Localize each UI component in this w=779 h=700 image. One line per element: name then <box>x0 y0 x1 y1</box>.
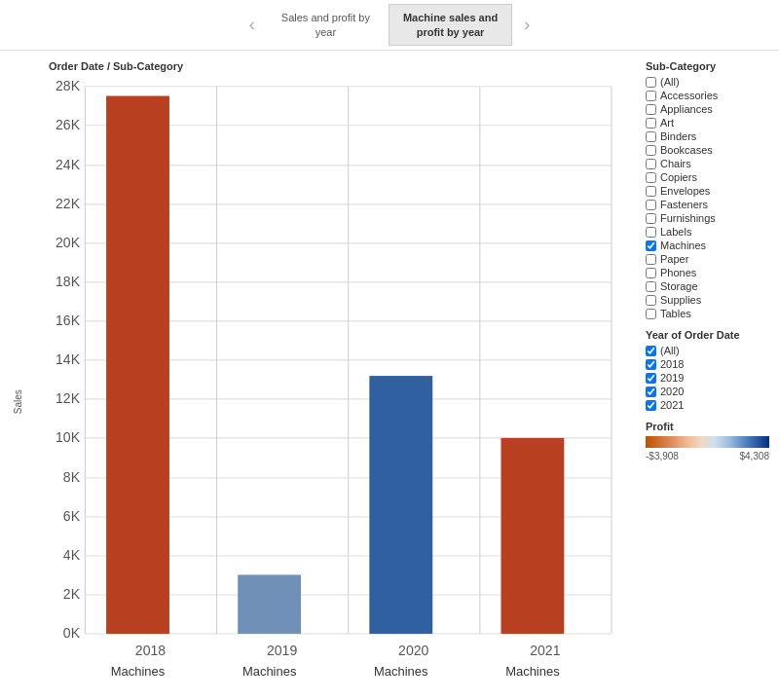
filter-item-copiers[interactable]: Copiers <box>646 171 769 183</box>
checkbox-binders[interactable] <box>646 131 656 142</box>
checkbox-year-2021[interactable] <box>646 400 656 411</box>
sub-category-filter-title: Sub-Category <box>646 60 769 72</box>
chart-title: Order Date / Sub-Category <box>10 60 638 72</box>
checkbox-paper[interactable] <box>646 254 656 265</box>
checkbox-copiers[interactable] <box>646 172 656 183</box>
filter-item-labels[interactable]: Labels <box>646 226 769 238</box>
label-year-2020: 2020 <box>660 386 684 397</box>
content-area: Order Date / Sub-Category Sales .grid-li… <box>0 51 779 700</box>
chart-svg: .grid-line { stroke: #e0e0e0; stroke-wid… <box>27 76 638 700</box>
chart-inner: .grid-line { stroke: #e0e0e0; stroke-wid… <box>27 76 638 700</box>
svg-text:Machines: Machines <box>505 664 560 679</box>
checkbox-art[interactable] <box>646 118 656 129</box>
checkbox-storage[interactable] <box>646 281 656 292</box>
filter-item-binders[interactable]: Binders <box>646 130 769 142</box>
label-accessories: Accessories <box>660 90 718 101</box>
filter-item-phones[interactable]: Phones <box>646 267 769 278</box>
svg-text:Machines: Machines <box>242 664 297 679</box>
svg-text:22K: 22K <box>56 196 81 211</box>
label-year-2021: 2021 <box>660 399 684 411</box>
svg-text:8K: 8K <box>63 469 81 485</box>
profit-legend-labels: -$3,908 $4,308 <box>646 451 769 461</box>
svg-text:0K: 0K <box>63 625 81 641</box>
filter-year-2019[interactable]: 2019 <box>646 372 769 384</box>
checkbox-furnishings[interactable] <box>646 213 656 224</box>
checkbox-year-all[interactable] <box>646 346 656 356</box>
bar-2018 <box>106 96 169 634</box>
filter-item-furnishings[interactable]: Furnishings <box>646 212 769 224</box>
checkbox-supplies[interactable] <box>646 295 656 306</box>
checkbox-year-2019[interactable] <box>646 373 656 384</box>
label-paper: Paper <box>660 253 688 265</box>
filter-item-appliances[interactable]: Appliances <box>646 103 769 115</box>
filter-item-storage[interactable]: Storage <box>646 280 769 292</box>
sub-category-filter-list: (All) Accessories Appliances Art Binders <box>646 76 769 319</box>
label-labels: Labels <box>660 226 691 238</box>
label-bookcases: Bookcases <box>660 144 713 156</box>
chart-area: Order Date / Sub-Category Sales .grid-li… <box>0 51 638 700</box>
filter-year-2020[interactable]: 2020 <box>646 386 769 397</box>
svg-text:2020: 2020 <box>398 643 428 658</box>
profit-color-bar <box>646 436 769 448</box>
label-fasteners: Fasteners <box>660 199 708 210</box>
checkbox-bookcases[interactable] <box>646 145 656 156</box>
svg-text:Machines: Machines <box>111 664 166 679</box>
filter-item-envelopes[interactable]: Envelopes <box>646 185 769 197</box>
prev-arrow[interactable]: ‹ <box>240 15 265 35</box>
checkbox-accessories[interactable] <box>646 91 656 101</box>
checkbox-year-2020[interactable] <box>646 387 656 397</box>
filter-item-tables[interactable]: Tables <box>646 308 769 319</box>
label-chairs: Chairs <box>660 158 691 169</box>
checkbox-year-2018[interactable] <box>646 359 656 370</box>
checkbox-fasteners[interactable] <box>646 200 656 210</box>
y-axis-label: Sales <box>10 76 25 700</box>
label-binders: Binders <box>660 130 696 142</box>
checkbox-envelopes[interactable] <box>646 186 656 197</box>
checkbox-tables[interactable] <box>646 309 656 319</box>
filter-item-chairs[interactable]: Chairs <box>646 158 769 169</box>
filter-item-accessories[interactable]: Accessories <box>646 90 769 101</box>
label-envelopes: Envelopes <box>660 185 710 197</box>
label-storage: Storage <box>660 280 698 292</box>
svg-text:2018: 2018 <box>135 643 166 658</box>
profit-max-label: $4,308 <box>739 451 769 461</box>
label-art: Art <box>660 117 674 129</box>
checkbox-all[interactable] <box>646 77 656 88</box>
svg-text:2021: 2021 <box>530 643 560 658</box>
filter-year-2018[interactable]: 2018 <box>646 358 769 370</box>
filter-item-supplies[interactable]: Supplies <box>646 294 769 306</box>
bar-2021 <box>501 438 564 634</box>
filter-item-machines[interactable]: Machines <box>646 239 769 251</box>
next-arrow[interactable]: › <box>514 15 539 35</box>
right-panel: Sub-Category (All) Accessories Appliance… <box>638 51 779 700</box>
profit-min-label: -$3,908 <box>646 451 679 461</box>
svg-text:4K: 4K <box>63 547 81 563</box>
checkbox-machines[interactable] <box>646 240 656 251</box>
filter-item-bookcases[interactable]: Bookcases <box>646 144 769 156</box>
tab-navigation: ‹ Sales and profit byyear Machine sales … <box>0 0 779 51</box>
svg-text:2019: 2019 <box>267 643 297 658</box>
filter-item-all[interactable]: (All) <box>646 76 769 88</box>
chart-wrapper: Sales .grid-line { stroke: #e0e0e0; stro… <box>10 76 638 700</box>
filter-year-2021[interactable]: 2021 <box>646 399 769 411</box>
profit-legend-title: Profit <box>646 421 769 432</box>
year-filter-section: Year of Order Date (All) 2018 2019 2020 <box>646 329 769 411</box>
checkbox-labels[interactable] <box>646 227 656 238</box>
label-appliances: Appliances <box>660 103 713 115</box>
filter-year-all[interactable]: (All) <box>646 345 769 356</box>
svg-text:20K: 20K <box>56 235 81 250</box>
checkbox-chairs[interactable] <box>646 159 656 169</box>
filter-item-paper[interactable]: Paper <box>646 253 769 265</box>
checkbox-phones[interactable] <box>646 268 656 278</box>
tab-sales-profit[interactable]: Sales and profit byyear <box>267 4 385 46</box>
tab-machine-sales[interactable]: Machine sales andprofit by year <box>389 4 512 46</box>
checkbox-appliances[interactable] <box>646 104 656 115</box>
svg-text:24K: 24K <box>56 157 81 172</box>
label-year-all: (All) <box>660 345 680 356</box>
svg-text:14K: 14K <box>56 351 81 367</box>
label-phones: Phones <box>660 267 696 278</box>
filter-item-fasteners[interactable]: Fasteners <box>646 199 769 210</box>
label-year-2019: 2019 <box>660 372 684 384</box>
filter-item-art[interactable]: Art <box>646 117 769 129</box>
label-year-2018: 2018 <box>660 358 684 370</box>
